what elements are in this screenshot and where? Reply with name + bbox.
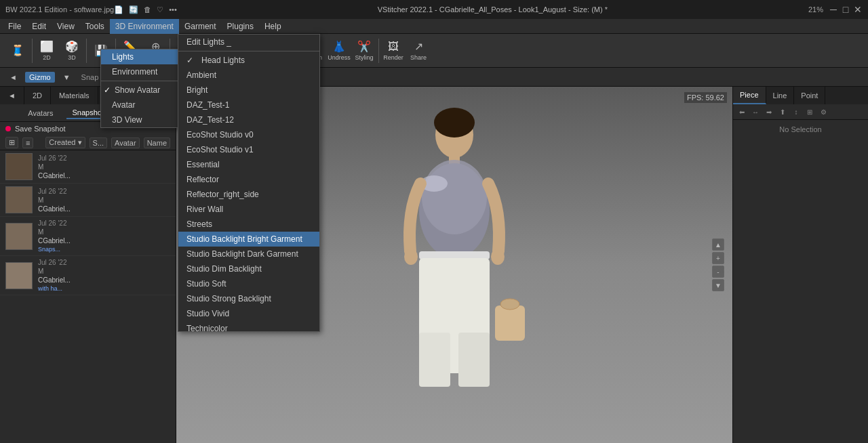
grid-view-btn[interactable]: ⊞ bbox=[5, 137, 18, 148]
list-view-btn[interactable]: ≡ bbox=[22, 138, 33, 148]
menu-tools[interactable]: Tools bbox=[80, 19, 110, 34]
share-label: Share bbox=[410, 54, 427, 61]
tab-materials[interactable]: Materials bbox=[51, 87, 98, 104]
studio-backlight-bright-label: Studio Backlight Bright Garment bbox=[186, 234, 302, 244]
sort-size-btn[interactable]: S... bbox=[90, 138, 108, 148]
snapshot-size-4: M bbox=[38, 268, 71, 275]
tab-2d[interactable]: 2D bbox=[24, 87, 51, 104]
menu-view[interactable]: View bbox=[52, 19, 80, 34]
snapshot-tag-4: with ha... bbox=[38, 285, 71, 292]
sidebar-collapse-btn[interactable]: ◄ bbox=[0, 87, 24, 104]
sort-created-btn[interactable]: Created ▾ bbox=[45, 137, 85, 148]
streets-item[interactable]: Streets bbox=[178, 217, 319, 232]
studio-backlight-dark-label: Studio Backlight Dark Garment bbox=[186, 249, 298, 259]
sep6 bbox=[378, 39, 379, 63]
settings-btn[interactable]: ⚙ bbox=[817, 106, 829, 118]
distribute-btn[interactable]: ⬆ bbox=[776, 106, 789, 118]
snapshot-item-2[interactable]: Jul 26 '22 M CGabriel... bbox=[0, 184, 176, 217]
flip-btn[interactable]: ↕ bbox=[790, 106, 802, 118]
studio-soft-label: Studio Soft bbox=[186, 279, 226, 289]
streets-label: Streets bbox=[186, 219, 212, 229]
save-snapshot-label[interactable]: Save Snapshot bbox=[15, 125, 66, 133]
svg-rect-10 bbox=[495, 305, 525, 341]
tab-piece[interactable]: Piece bbox=[733, 87, 766, 104]
sort-name-btn[interactable]: Name bbox=[144, 138, 170, 148]
align-right-btn[interactable]: ➡ bbox=[763, 106, 775, 118]
menu-plugins[interactable]: Plugins bbox=[222, 19, 259, 34]
menu-garment[interactable]: Garment bbox=[179, 19, 222, 34]
gizmo-label[interactable]: Gizmo bbox=[25, 72, 55, 83]
nav-zoom-out-btn[interactable]: - bbox=[712, 266, 724, 278]
studio-backlight-dark-item[interactable]: Studio Backlight Dark Garment bbox=[178, 247, 319, 261]
view-3d-btn[interactable]: 🎲 3D bbox=[60, 37, 84, 65]
view-dropdown[interactable]: ▼ bbox=[59, 72, 75, 83]
nav-up-btn[interactable]: ▲ bbox=[712, 238, 724, 251]
nav-avatars[interactable]: Avatars bbox=[22, 108, 58, 119]
head-lights-item[interactable]: Head Lights bbox=[178, 53, 319, 68]
reflector-right-item[interactable]: Reflector_right_side bbox=[178, 187, 319, 202]
ambient-item[interactable]: Ambient bbox=[178, 68, 319, 83]
essential-item[interactable]: Essential bbox=[178, 157, 319, 172]
title-bar-icon-4[interactable]: ♡ bbox=[157, 5, 163, 14]
snapshot-item-1[interactable]: Jul 26 '22 M CGabriel... bbox=[0, 150, 176, 184]
edit-lights-item[interactable]: Edit Lights _ bbox=[178, 35, 319, 49]
technicolor-item[interactable]: Technicolor bbox=[178, 321, 319, 332]
snapshot-size-3: M bbox=[38, 228, 71, 236]
reflector-item[interactable]: Reflector bbox=[178, 172, 319, 187]
minimize-button[interactable]: ─ bbox=[829, 5, 838, 14]
bright-item[interactable]: Bright bbox=[178, 83, 319, 98]
svg-point-1 bbox=[434, 108, 475, 138]
ecoshot-v0-item[interactable]: EcoShot Studio v0 bbox=[178, 127, 319, 142]
menu-3d-environment[interactable]: 3D Environment bbox=[110, 19, 179, 34]
snapshot-size-1: M bbox=[38, 163, 71, 171]
right-panel: Piece Line Point ⬅ ↔ ➡ ⬆ ↕ ⊞ ⚙ No Select… bbox=[732, 87, 868, 443]
nav-down-btn[interactable]: ▼ bbox=[712, 279, 724, 291]
align-center-btn[interactable]: ↔ bbox=[749, 106, 762, 118]
river-wall-item[interactable]: River Wall bbox=[178, 202, 319, 217]
maximize-button[interactable]: □ bbox=[841, 5, 850, 14]
studio-dim-label: Studio Dim Backlight bbox=[186, 264, 262, 274]
close-button[interactable]: ✕ bbox=[853, 5, 863, 14]
nav-zoom-in-btn[interactable]: + bbox=[712, 252, 724, 264]
menu-help[interactable]: Help bbox=[259, 19, 287, 34]
logo-btn[interactable]: 🧵 bbox=[5, 37, 30, 65]
view-2d-btn[interactable]: ⬜ 2D bbox=[35, 37, 59, 65]
gizmo-panel-toggle[interactable]: ◄ bbox=[5, 72, 21, 83]
render-btn[interactable]: 🖼 Render bbox=[381, 37, 406, 65]
more-options-btn[interactable]: ⊞ bbox=[804, 106, 816, 118]
share-btn[interactable]: ↗ Share bbox=[406, 37, 431, 65]
ecoshot-v0-label: EcoShot Studio v0 bbox=[186, 130, 254, 140]
viewport-navigation: ▲ + - ▼ bbox=[712, 238, 724, 291]
title-bar-icon-5[interactable]: ••• bbox=[169, 5, 177, 14]
snapshot-name-4: CGabriel... bbox=[38, 276, 71, 284]
align-left-btn[interactable]: ⬅ bbox=[736, 106, 748, 118]
studio-backlight-bright-item[interactable]: Studio Backlight Bright Garment bbox=[178, 232, 319, 247]
daz-test-12-item[interactable]: DAZ_Test-12 bbox=[178, 112, 319, 127]
3d-view-label: 3D View bbox=[112, 115, 142, 125]
daz-test-1-item[interactable]: DAZ_Test-1 bbox=[178, 98, 319, 112]
menu-edit[interactable]: Edit bbox=[26, 19, 52, 34]
studio-vivid-label: Studio Vivid bbox=[186, 309, 229, 318]
studio-soft-item[interactable]: Studio Soft bbox=[178, 276, 319, 291]
sort-avatar-btn[interactable]: Avatar bbox=[111, 138, 140, 148]
menu-file[interactable]: File bbox=[3, 19, 26, 34]
ecoshot-v1-label: EcoShot Studio v1 bbox=[186, 145, 254, 154]
snapshot-item-4[interactable]: Jul 26 '22 M CGabriel... with ha... bbox=[0, 256, 176, 295]
title-bar-icon-2[interactable]: 🔄 bbox=[129, 5, 138, 14]
svg-point-11 bbox=[500, 299, 519, 310]
studio-strong-item[interactable]: Studio Strong Backlight bbox=[178, 291, 319, 306]
window-title: VStitcher 2022.1 - CGabrielle_All_Poses … bbox=[378, 5, 608, 14]
styling-btn[interactable]: ✂️ Styling bbox=[352, 37, 376, 65]
undress-btn[interactable]: 👗 Undress bbox=[327, 37, 351, 65]
ecoshot-v1-item[interactable]: EcoShot Studio v1 bbox=[178, 142, 319, 157]
menu-bar: File Edit View Tools 3D Environment Garm… bbox=[0, 19, 868, 34]
title-bar-icon-3[interactable]: 🗑 bbox=[144, 5, 151, 14]
snapshot-name-2: CGabriel... bbox=[38, 205, 71, 213]
tab-point[interactable]: Point bbox=[794, 87, 825, 104]
studio-vivid-item[interactable]: Studio Vivid bbox=[178, 306, 319, 321]
tab-line[interactable]: Line bbox=[766, 87, 795, 104]
title-bar-icon-1[interactable]: 📄 bbox=[114, 5, 123, 14]
snapshot-item-3[interactable]: Jul 26 '22 M CGabriel... Snaps... bbox=[0, 217, 176, 256]
studio-dim-item[interactable]: Studio Dim Backlight bbox=[178, 261, 319, 276]
snapshot-name-1: CGabriel... bbox=[38, 172, 71, 180]
